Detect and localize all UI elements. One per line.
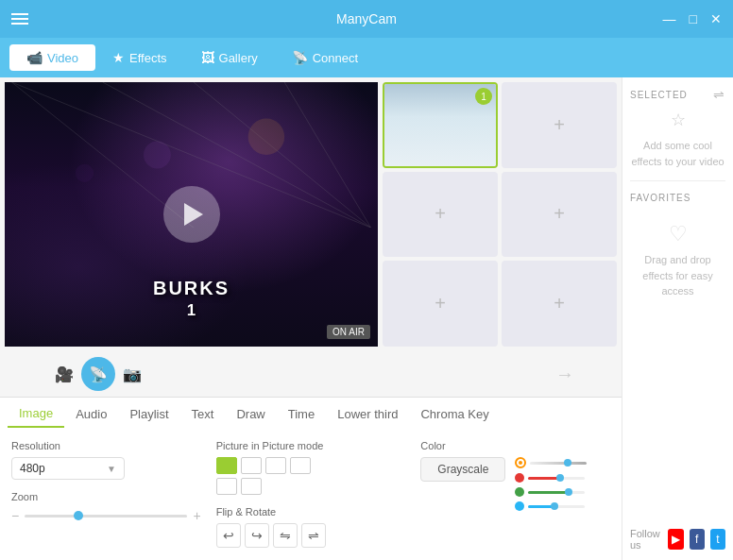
thumbnail-3[interactable]: + bbox=[383, 172, 498, 258]
media-row: BURKS 1 ON AIR 1 + + + bbox=[0, 77, 622, 351]
menu-icon[interactable] bbox=[11, 13, 28, 25]
svg-point-5 bbox=[248, 119, 285, 156]
close-button[interactable]: ✕ bbox=[710, 11, 722, 26]
color-slider-green bbox=[515, 487, 587, 497]
sidebar-divider bbox=[630, 180, 725, 181]
video-player: BURKS 1 ON AIR bbox=[5, 82, 378, 347]
twitter-button[interactable]: t bbox=[710, 529, 725, 550]
pip-label: Picture in Picture mode bbox=[216, 440, 406, 451]
zoom-label: Zoom bbox=[11, 491, 201, 502]
flip-h-button[interactable]: ⇋ bbox=[273, 523, 298, 548]
bottom-tabs: Image Audio Playlist Text Draw Time Lowe… bbox=[0, 397, 622, 431]
play-button[interactable] bbox=[163, 186, 220, 243]
color-slider-red bbox=[515, 473, 587, 483]
pip-cell-3[interactable] bbox=[265, 457, 286, 474]
svg-line-1 bbox=[103, 82, 371, 228]
video-tab-label: Video bbox=[47, 51, 78, 65]
pip-grid bbox=[216, 457, 330, 495]
youtube-button[interactable]: ▶ bbox=[668, 529, 683, 550]
flip-rotate-buttons: ↩ ↪ ⇋ ⇌ bbox=[216, 523, 406, 548]
color-slider-rainbow bbox=[515, 457, 587, 468]
facebook-button[interactable]: f bbox=[690, 529, 705, 550]
resolution-chevron: ▼ bbox=[107, 464, 116, 474]
minimize-button[interactable]: — bbox=[663, 11, 676, 26]
tab-connect[interactable]: 📡 Connect bbox=[275, 44, 375, 71]
follow-us-section: Follow us ▶ f t bbox=[630, 528, 725, 551]
pip-cell-4[interactable] bbox=[290, 457, 311, 474]
arrow-right-icon: → bbox=[555, 364, 574, 385]
selected-section-title: SELECTED ⇌ bbox=[630, 87, 725, 102]
title-bar: ManyCam — □ ✕ bbox=[0, 0, 733, 38]
connect-tab-label: Connect bbox=[313, 51, 358, 65]
zoom-minus[interactable]: − bbox=[11, 508, 19, 523]
snapshot-button[interactable]: 📷 bbox=[115, 357, 149, 391]
favorites-empty-text: Drag and drop effects for easy access bbox=[630, 252, 725, 299]
tab-image[interactable]: Image bbox=[8, 400, 64, 428]
pip-cell-5[interactable] bbox=[216, 478, 237, 495]
maximize-button[interactable]: □ bbox=[690, 11, 697, 26]
svg-point-6 bbox=[144, 142, 171, 169]
blue-dot bbox=[515, 501, 524, 511]
pip-cell-1[interactable] bbox=[216, 457, 237, 474]
tab-text[interactable]: Text bbox=[180, 401, 226, 427]
thumbnail-5[interactable]: + bbox=[383, 261, 498, 347]
svg-line-3 bbox=[284, 82, 370, 228]
color-group: Color Grayscale bbox=[420, 440, 610, 551]
gallery-tab-icon: 🖼 bbox=[201, 50, 214, 65]
flip-v-button[interactable]: ⇌ bbox=[301, 523, 326, 548]
svg-point-7 bbox=[76, 164, 94, 182]
zoom-slider-row: − + bbox=[11, 508, 201, 523]
tab-gallery[interactable]: 🖼 Gallery bbox=[184, 44, 275, 71]
flip-rotate-label: Flip & Rotate bbox=[216, 506, 406, 518]
pip-group: Picture in Picture mode Flip & Rotate ↩ … bbox=[216, 440, 406, 551]
thumbnail-4[interactable]: + bbox=[502, 172, 617, 258]
rotate-right-button[interactable]: ↪ bbox=[245, 523, 269, 548]
red-dot bbox=[515, 473, 524, 483]
settings-panel: Resolution 480p ▼ Zoom − + Picture in Pi… bbox=[0, 431, 622, 560]
camera-controls: 🎥 📡 📷 → bbox=[0, 351, 622, 397]
grayscale-button[interactable]: Grayscale bbox=[420, 457, 505, 482]
selected-label: SELECTED bbox=[630, 90, 688, 100]
resolution-group: Resolution 480p ▼ Zoom − + bbox=[11, 440, 201, 551]
thumbnail-badge: 1 bbox=[475, 88, 492, 105]
tab-draw[interactable]: Draw bbox=[225, 401, 276, 427]
window-controls: — □ ✕ bbox=[663, 11, 722, 26]
app-title: ManyCam bbox=[336, 11, 397, 26]
adjust-icon[interactable]: ⇌ bbox=[713, 87, 725, 102]
favorites-section-title: FAVORITES bbox=[630, 193, 725, 203]
add-thumbnail-icon: + bbox=[554, 203, 565, 225]
broadcast-button[interactable]: 📡 bbox=[81, 357, 115, 391]
thumbnail-6[interactable]: + bbox=[502, 261, 617, 347]
resolution-select[interactable]: 480p ▼ bbox=[11, 457, 125, 480]
color-slider-blue bbox=[515, 501, 587, 511]
tab-video[interactable]: 📹 Video bbox=[9, 44, 95, 71]
connect-tab-icon: 📡 bbox=[292, 50, 308, 65]
favorites-label: FAVORITES bbox=[630, 193, 690, 203]
zoom-plus[interactable]: + bbox=[193, 508, 200, 523]
tab-lower-third[interactable]: Lower third bbox=[326, 401, 409, 427]
effects-tab-icon: ★ bbox=[112, 50, 125, 65]
pip-cell-2[interactable] bbox=[241, 457, 262, 474]
rotate-left-button[interactable]: ↩ bbox=[216, 523, 241, 548]
main-content: BURKS 1 ON AIR 1 + + + bbox=[0, 77, 733, 560]
tab-audio[interactable]: Audio bbox=[64, 401, 118, 427]
add-thumbnail-icon: + bbox=[554, 293, 565, 314]
pip-cell-6[interactable] bbox=[241, 478, 262, 495]
tab-effects[interactable]: ★ Effects bbox=[95, 44, 184, 71]
webcam-button[interactable]: 🎥 bbox=[47, 357, 81, 391]
tab-time[interactable]: Time bbox=[277, 401, 326, 427]
zoom-thumb[interactable] bbox=[74, 511, 83, 520]
star-empty-icon: ☆ bbox=[671, 110, 686, 130]
thumbnails-area: 1 + + + + + bbox=[378, 77, 622, 351]
thumbnail-1[interactable]: 1 bbox=[383, 82, 498, 168]
on-air-badge: ON AIR bbox=[327, 325, 370, 339]
tab-chroma-key[interactable]: Chroma Key bbox=[409, 401, 500, 427]
follow-us-label: Follow us bbox=[630, 528, 662, 551]
color-sliders bbox=[515, 457, 587, 511]
svg-line-2 bbox=[194, 82, 371, 228]
selected-empty-text: Add some cool effects to your video bbox=[630, 138, 725, 169]
player-name: BURKS bbox=[153, 278, 230, 299]
tab-playlist[interactable]: Playlist bbox=[118, 401, 179, 427]
thumbnail-2[interactable]: + bbox=[502, 82, 617, 168]
zoom-track[interactable] bbox=[25, 515, 187, 518]
